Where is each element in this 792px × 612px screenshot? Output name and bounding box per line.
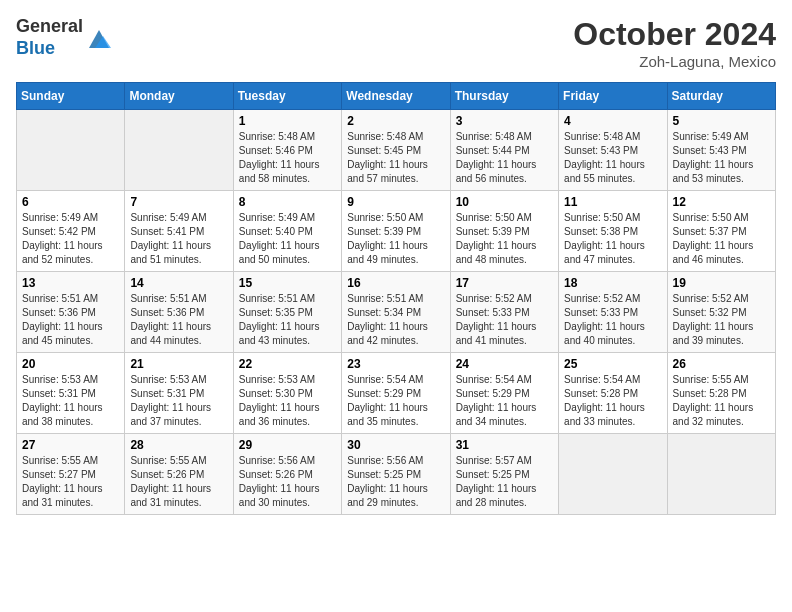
day-cell: 10Sunrise: 5:50 AMSunset: 5:39 PMDayligh… xyxy=(450,191,558,272)
day-number: 24 xyxy=(456,357,553,371)
day-number: 21 xyxy=(130,357,227,371)
week-row-5: 27Sunrise: 5:55 AMSunset: 5:27 PMDayligh… xyxy=(17,434,776,515)
day-number: 23 xyxy=(347,357,444,371)
day-cell: 15Sunrise: 5:51 AMSunset: 5:35 PMDayligh… xyxy=(233,272,341,353)
day-details: Sunrise: 5:57 AMSunset: 5:25 PMDaylight:… xyxy=(456,454,553,510)
logo-icon xyxy=(85,24,113,52)
day-number: 26 xyxy=(673,357,770,371)
day-details: Sunrise: 5:52 AMSunset: 5:33 PMDaylight:… xyxy=(456,292,553,348)
day-cell: 21Sunrise: 5:53 AMSunset: 5:31 PMDayligh… xyxy=(125,353,233,434)
day-details: Sunrise: 5:51 AMSunset: 5:36 PMDaylight:… xyxy=(130,292,227,348)
day-cell: 30Sunrise: 5:56 AMSunset: 5:25 PMDayligh… xyxy=(342,434,450,515)
week-row-2: 6Sunrise: 5:49 AMSunset: 5:42 PMDaylight… xyxy=(17,191,776,272)
month-title: October 2024 xyxy=(573,16,776,53)
day-details: Sunrise: 5:50 AMSunset: 5:39 PMDaylight:… xyxy=(347,211,444,267)
day-details: Sunrise: 5:55 AMSunset: 5:27 PMDaylight:… xyxy=(22,454,119,510)
day-cell: 20Sunrise: 5:53 AMSunset: 5:31 PMDayligh… xyxy=(17,353,125,434)
day-number: 10 xyxy=(456,195,553,209)
day-cell: 24Sunrise: 5:54 AMSunset: 5:29 PMDayligh… xyxy=(450,353,558,434)
day-cell: 31Sunrise: 5:57 AMSunset: 5:25 PMDayligh… xyxy=(450,434,558,515)
day-cell: 28Sunrise: 5:55 AMSunset: 5:26 PMDayligh… xyxy=(125,434,233,515)
day-details: Sunrise: 5:53 AMSunset: 5:31 PMDaylight:… xyxy=(130,373,227,429)
day-cell: 18Sunrise: 5:52 AMSunset: 5:33 PMDayligh… xyxy=(559,272,667,353)
day-cell: 9Sunrise: 5:50 AMSunset: 5:39 PMDaylight… xyxy=(342,191,450,272)
header-cell-monday: Monday xyxy=(125,83,233,110)
day-number: 2 xyxy=(347,114,444,128)
day-number: 6 xyxy=(22,195,119,209)
day-number: 4 xyxy=(564,114,661,128)
day-details: Sunrise: 5:49 AMSunset: 5:42 PMDaylight:… xyxy=(22,211,119,267)
location: Zoh-Laguna, Mexico xyxy=(573,53,776,70)
day-number: 12 xyxy=(673,195,770,209)
day-details: Sunrise: 5:52 AMSunset: 5:33 PMDaylight:… xyxy=(564,292,661,348)
day-details: Sunrise: 5:49 AMSunset: 5:40 PMDaylight:… xyxy=(239,211,336,267)
day-details: Sunrise: 5:48 AMSunset: 5:46 PMDaylight:… xyxy=(239,130,336,186)
day-cell xyxy=(667,434,775,515)
day-details: Sunrise: 5:54 AMSunset: 5:29 PMDaylight:… xyxy=(347,373,444,429)
day-cell: 6Sunrise: 5:49 AMSunset: 5:42 PMDaylight… xyxy=(17,191,125,272)
day-details: Sunrise: 5:54 AMSunset: 5:28 PMDaylight:… xyxy=(564,373,661,429)
day-cell: 14Sunrise: 5:51 AMSunset: 5:36 PMDayligh… xyxy=(125,272,233,353)
day-details: Sunrise: 5:53 AMSunset: 5:31 PMDaylight:… xyxy=(22,373,119,429)
day-cell: 26Sunrise: 5:55 AMSunset: 5:28 PMDayligh… xyxy=(667,353,775,434)
header-cell-saturday: Saturday xyxy=(667,83,775,110)
day-cell: 23Sunrise: 5:54 AMSunset: 5:29 PMDayligh… xyxy=(342,353,450,434)
day-number: 1 xyxy=(239,114,336,128)
day-details: Sunrise: 5:49 AMSunset: 5:43 PMDaylight:… xyxy=(673,130,770,186)
header-cell-thursday: Thursday xyxy=(450,83,558,110)
day-details: Sunrise: 5:50 AMSunset: 5:39 PMDaylight:… xyxy=(456,211,553,267)
day-details: Sunrise: 5:56 AMSunset: 5:25 PMDaylight:… xyxy=(347,454,444,510)
day-number: 17 xyxy=(456,276,553,290)
day-number: 5 xyxy=(673,114,770,128)
day-cell: 16Sunrise: 5:51 AMSunset: 5:34 PMDayligh… xyxy=(342,272,450,353)
day-cell: 19Sunrise: 5:52 AMSunset: 5:32 PMDayligh… xyxy=(667,272,775,353)
header-cell-wednesday: Wednesday xyxy=(342,83,450,110)
day-number: 9 xyxy=(347,195,444,209)
day-details: Sunrise: 5:55 AMSunset: 5:26 PMDaylight:… xyxy=(130,454,227,510)
header-cell-friday: Friday xyxy=(559,83,667,110)
day-number: 16 xyxy=(347,276,444,290)
day-details: Sunrise: 5:52 AMSunset: 5:32 PMDaylight:… xyxy=(673,292,770,348)
day-details: Sunrise: 5:48 AMSunset: 5:43 PMDaylight:… xyxy=(564,130,661,186)
day-number: 28 xyxy=(130,438,227,452)
page-header: General Blue October 2024 Zoh-Laguna, Me… xyxy=(16,16,776,70)
header-cell-tuesday: Tuesday xyxy=(233,83,341,110)
calendar-table: SundayMondayTuesdayWednesdayThursdayFrid… xyxy=(16,82,776,515)
day-number: 22 xyxy=(239,357,336,371)
day-details: Sunrise: 5:55 AMSunset: 5:28 PMDaylight:… xyxy=(673,373,770,429)
day-number: 14 xyxy=(130,276,227,290)
day-cell: 29Sunrise: 5:56 AMSunset: 5:26 PMDayligh… xyxy=(233,434,341,515)
day-number: 15 xyxy=(239,276,336,290)
day-details: Sunrise: 5:51 AMSunset: 5:36 PMDaylight:… xyxy=(22,292,119,348)
day-number: 7 xyxy=(130,195,227,209)
day-details: Sunrise: 5:50 AMSunset: 5:38 PMDaylight:… xyxy=(564,211,661,267)
day-cell xyxy=(125,110,233,191)
day-cell: 12Sunrise: 5:50 AMSunset: 5:37 PMDayligh… xyxy=(667,191,775,272)
day-number: 18 xyxy=(564,276,661,290)
day-cell: 11Sunrise: 5:50 AMSunset: 5:38 PMDayligh… xyxy=(559,191,667,272)
day-cell: 27Sunrise: 5:55 AMSunset: 5:27 PMDayligh… xyxy=(17,434,125,515)
title-block: October 2024 Zoh-Laguna, Mexico xyxy=(573,16,776,70)
day-cell: 3Sunrise: 5:48 AMSunset: 5:44 PMDaylight… xyxy=(450,110,558,191)
day-cell: 22Sunrise: 5:53 AMSunset: 5:30 PMDayligh… xyxy=(233,353,341,434)
day-details: Sunrise: 5:48 AMSunset: 5:45 PMDaylight:… xyxy=(347,130,444,186)
day-number: 31 xyxy=(456,438,553,452)
day-number: 19 xyxy=(673,276,770,290)
day-details: Sunrise: 5:49 AMSunset: 5:41 PMDaylight:… xyxy=(130,211,227,267)
logo: General Blue xyxy=(16,16,113,59)
day-cell: 17Sunrise: 5:52 AMSunset: 5:33 PMDayligh… xyxy=(450,272,558,353)
day-number: 3 xyxy=(456,114,553,128)
day-cell: 13Sunrise: 5:51 AMSunset: 5:36 PMDayligh… xyxy=(17,272,125,353)
day-cell: 4Sunrise: 5:48 AMSunset: 5:43 PMDaylight… xyxy=(559,110,667,191)
day-details: Sunrise: 5:50 AMSunset: 5:37 PMDaylight:… xyxy=(673,211,770,267)
week-row-4: 20Sunrise: 5:53 AMSunset: 5:31 PMDayligh… xyxy=(17,353,776,434)
day-number: 27 xyxy=(22,438,119,452)
day-cell: 5Sunrise: 5:49 AMSunset: 5:43 PMDaylight… xyxy=(667,110,775,191)
header-cell-sunday: Sunday xyxy=(17,83,125,110)
day-cell xyxy=(559,434,667,515)
day-cell: 25Sunrise: 5:54 AMSunset: 5:28 PMDayligh… xyxy=(559,353,667,434)
day-details: Sunrise: 5:51 AMSunset: 5:34 PMDaylight:… xyxy=(347,292,444,348)
day-details: Sunrise: 5:48 AMSunset: 5:44 PMDaylight:… xyxy=(456,130,553,186)
day-details: Sunrise: 5:54 AMSunset: 5:29 PMDaylight:… xyxy=(456,373,553,429)
day-number: 8 xyxy=(239,195,336,209)
